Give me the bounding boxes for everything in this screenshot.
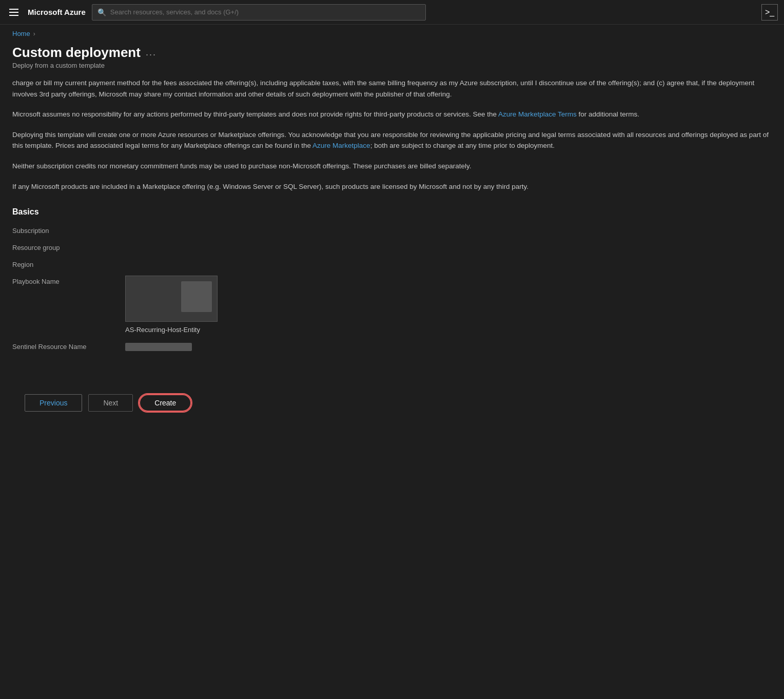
hamburger-menu[interactable] [6, 6, 22, 19]
playbook-name-label: Playbook Name [12, 276, 125, 285]
terminal-icon[interactable]: >_ [761, 4, 778, 21]
terms-paragraph-5: If any Microsoft products are included i… [12, 181, 772, 192]
terminal-symbol: >_ [765, 8, 774, 17]
resource-group-row: Resource group [12, 242, 772, 251]
more-options-button[interactable]: ... [146, 47, 156, 58]
playbook-name-value: AS-Recurring-Host-Entity [125, 326, 218, 334]
search-icon: 🔍 [97, 8, 106, 16]
region-label: Region [12, 259, 125, 268]
search-bar[interactable]: 🔍 [92, 4, 426, 21]
terms-paragraph-1: charge or bill my current payment method… [12, 77, 772, 100]
terms-section: charge or bill my current payment method… [12, 77, 772, 192]
breadcrumb: Home › [0, 25, 784, 43]
sentinel-resource-name-value [125, 343, 192, 351]
playbook-name-row: Playbook Name AS-Recurring-Host-Entity [12, 276, 772, 334]
next-button[interactable]: Next [88, 394, 133, 412]
resource-group-label: Resource group [12, 242, 125, 251]
main-content: charge or bill my current payment method… [0, 77, 784, 424]
sentinel-resource-name-row: Sentinel Resource Name [12, 341, 772, 351]
sentinel-resource-name-label: Sentinel Resource Name [12, 341, 125, 351]
playbook-card: AS-Recurring-Host-Entity [125, 276, 218, 334]
top-nav: Microsoft Azure 🔍 >_ [0, 0, 784, 25]
subscription-row: Subscription [12, 225, 772, 235]
breadcrumb-separator: › [33, 30, 35, 37]
playbook-thumbnail [125, 276, 218, 322]
page-header: Custom deployment ... Deploy from a cust… [0, 43, 784, 77]
page-subtitle: Deploy from a custom template [12, 62, 772, 69]
bottom-actions: Previous Next Create [12, 382, 772, 424]
search-input[interactable] [110, 8, 421, 16]
azure-marketplace-terms-link[interactable]: Azure Marketplace Terms [498, 110, 577, 118]
terms-paragraph-2: Microsoft assumes no responsibility for … [12, 109, 772, 120]
subscription-label: Subscription [12, 225, 125, 235]
breadcrumb-home[interactable]: Home [12, 30, 30, 37]
basics-section: Basics Subscription Resource group Regio… [12, 207, 772, 351]
terms-paragraph-4: Neither subscription credits nor monetar… [12, 161, 772, 172]
basics-title: Basics [12, 207, 772, 217]
page-title: Custom deployment [12, 45, 141, 61]
azure-marketplace-link[interactable]: Azure Marketplace [312, 142, 370, 149]
brand-logo: Microsoft Azure [28, 8, 86, 16]
region-row: Region [12, 259, 772, 268]
previous-button[interactable]: Previous [25, 394, 82, 412]
terms-paragraph-3: Deploying this template will create one … [12, 129, 772, 151]
create-button[interactable]: Create [139, 394, 191, 412]
